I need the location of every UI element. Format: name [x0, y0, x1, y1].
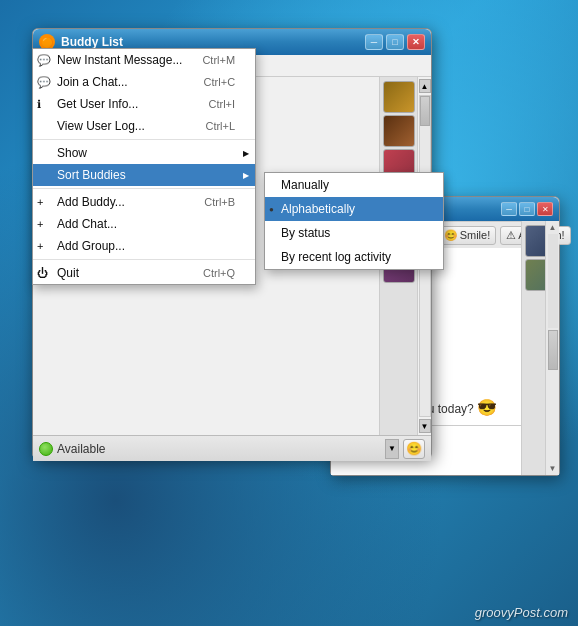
chat-smile-button[interactable]: 😊 Smile!	[438, 226, 497, 245]
sort-manually[interactable]: Manually	[265, 173, 443, 197]
chat-close-button[interactable]: ✕	[537, 202, 553, 216]
scroll-up-arrow[interactable]: ▲	[419, 79, 431, 93]
window-controls: ─ □ ✕	[365, 34, 425, 50]
add-buddy-icon: +	[37, 196, 43, 208]
chat-message-emoji: 😎	[477, 399, 497, 416]
status-dropdown-button[interactable]: ▼	[385, 439, 399, 459]
menu-quit[interactable]: ⏻ Quit Ctrl+Q	[33, 262, 255, 284]
chat-minimize-button[interactable]: ─	[501, 202, 517, 216]
menu-get-user-info[interactable]: ℹ Get User Info... Ctrl+I	[33, 93, 255, 115]
menu-add-group[interactable]: + Add Group...	[33, 235, 255, 257]
window-title: Buddy List	[61, 35, 365, 49]
status-indicator	[39, 442, 53, 456]
menu-join-chat[interactable]: 💬 Join a Chat... Ctrl+C	[33, 71, 255, 93]
chat-scrollbar[interactable]: ▲ ▼	[545, 221, 559, 475]
sort-submenu: Manually Alphabetically By status By rec…	[264, 172, 444, 270]
quit-icon: ⏻	[37, 267, 48, 279]
menu-sort-buddies[interactable]: Sort Buddies	[33, 164, 255, 186]
chat-window-controls: ─ □ ✕	[501, 202, 553, 216]
menu-view-user-log[interactable]: View User Log... Ctrl+L	[33, 115, 255, 137]
sort-by-recent[interactable]: By recent log activity	[265, 245, 443, 269]
menu-add-chat[interactable]: + Add Chat...	[33, 213, 255, 235]
buddies-dropdown-menu: 💬 New Instant Message... Ctrl+M 💬 Join a…	[32, 48, 256, 285]
menu-divider-3	[33, 259, 255, 260]
menu-divider-2	[33, 188, 255, 189]
maximize-button[interactable]: □	[386, 34, 404, 50]
menu-divider-1	[33, 139, 255, 140]
add-group-icon: +	[37, 240, 43, 252]
status-label: Available	[57, 442, 381, 456]
sort-by-status[interactable]: By status	[265, 221, 443, 245]
status-emoji-button[interactable]: 😊	[403, 439, 425, 459]
watermark: groovyPost.com	[475, 605, 568, 620]
attention-icon: ⚠	[506, 229, 516, 242]
smile-icon: 😊	[444, 229, 458, 242]
status-bar: Available ▼ 😊	[33, 435, 431, 461]
menu-show[interactable]: Show	[33, 142, 255, 164]
info-icon: ℹ	[37, 98, 41, 111]
add-chat-icon: +	[37, 218, 43, 230]
new-im-icon: 💬	[37, 54, 51, 67]
join-chat-icon: 💬	[37, 76, 51, 89]
close-button[interactable]: ✕	[407, 34, 425, 50]
sort-alphabetically[interactable]: Alphabetically	[265, 197, 443, 221]
scroll-thumb[interactable]	[420, 96, 430, 126]
chat-maximize-button[interactable]: □	[519, 202, 535, 216]
chat-avatar-sidebar: ▲ ▼	[521, 221, 559, 475]
menu-add-buddy[interactable]: + Add Buddy... Ctrl+B	[33, 191, 255, 213]
minimize-button[interactable]: ─	[365, 34, 383, 50]
sidebar-avatar-2	[383, 115, 415, 147]
sidebar-avatar-1	[383, 81, 415, 113]
scroll-down-arrow[interactable]: ▼	[419, 419, 431, 433]
menu-new-im[interactable]: 💬 New Instant Message... Ctrl+M	[33, 49, 255, 71]
